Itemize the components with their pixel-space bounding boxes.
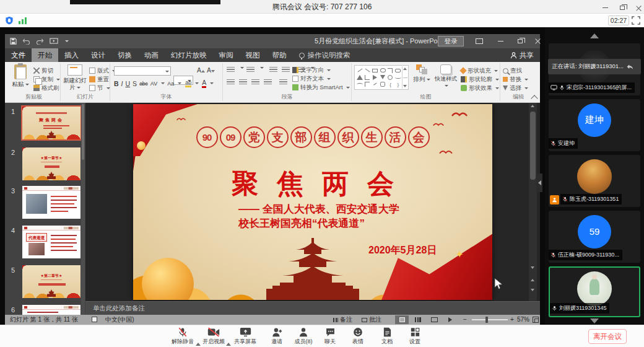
replace-button[interactable]: 替换 (503, 75, 528, 84)
align-text-button[interactable]: 对齐文本 (292, 74, 350, 83)
zoom-slider-track[interactable] (472, 319, 508, 320)
participant-tile[interactable]: 陈玉虎-3119301351 (549, 155, 640, 207)
tell-me-search[interactable]: 操作说明搜索 (293, 48, 357, 62)
increase-indent-button[interactable] (282, 67, 290, 73)
scroll-up-icon[interactable] (531, 105, 534, 107)
font-name-combo[interactable] (114, 66, 171, 76)
bold-button[interactable]: B (114, 80, 119, 87)
video-options-arrow[interactable] (226, 332, 231, 336)
smartart-button[interactable]: 转换为 SmartArt (292, 83, 350, 92)
slide-thumbnail-4[interactable]: 代表通道 (22, 226, 80, 258)
reading-view-button[interactable] (427, 315, 441, 324)
tab-slideshow[interactable]: 幻灯片放映 (165, 48, 213, 62)
highlight-arrow[interactable] (195, 82, 199, 84)
minimize-button[interactable] (599, 4, 611, 11)
restore-button[interactable] (617, 4, 628, 11)
justify-button[interactable] (264, 79, 272, 86)
normal-view-button[interactable] (395, 315, 409, 324)
zoom-out-button[interactable]: − (463, 315, 467, 325)
shrink-font-button[interactable]: A (207, 66, 215, 74)
shape-effects-button[interactable]: 形状效果 (461, 84, 499, 92)
fit-slide-to-window-icon[interactable] (533, 317, 539, 323)
decrease-indent-button[interactable] (269, 67, 277, 73)
share-screen-button[interactable]: 共享屏幕 (231, 327, 259, 346)
find-button[interactable]: 查找 (503, 66, 528, 75)
shapes-gallery[interactable]: {} (354, 65, 409, 90)
arrange-button[interactable]: 排列 (411, 64, 432, 82)
next-slide-icon[interactable] (531, 289, 534, 291)
change-case-button[interactable]: Aa (167, 81, 174, 87)
shape-outline-button[interactable]: 形状轮廓 (461, 75, 499, 84)
ppt-share-button[interactable]: 共享 (510, 48, 534, 62)
tab-animations[interactable]: 动画 (138, 48, 165, 62)
slide-sorter-button[interactable] (411, 315, 425, 324)
undo-icon[interactable] (22, 38, 30, 45)
collapse-ribbon-icon[interactable] (531, 95, 537, 100)
copy-button[interactable]: 复制 (33, 75, 60, 84)
format-painter-button[interactable]: 格式刷 (33, 84, 60, 92)
notes-toggle[interactable]: 备注 (333, 315, 352, 325)
zoom-level[interactable]: 57% (517, 315, 529, 325)
new-slide-button[interactable]: 新建幻灯片 (62, 64, 88, 90)
tab-design[interactable]: 设计 (85, 48, 111, 62)
zoom-slider-thumb[interactable] (485, 317, 488, 323)
italic-button[interactable]: I (121, 80, 123, 87)
shadow-button[interactable]: S (133, 80, 137, 87)
slide-thumbnail-6[interactable] (22, 305, 80, 315)
align-right-button[interactable] (251, 79, 259, 86)
redo-icon[interactable] (36, 38, 44, 45)
scrollbar-thumb[interactable] (530, 112, 536, 180)
ppt-login-button[interactable]: 登录 (438, 36, 464, 46)
docs-button[interactable]: 文档 (373, 327, 401, 346)
settings-button[interactable]: 设置 (401, 327, 429, 346)
quick-styles-button[interactable]: 快速样式 (433, 64, 458, 89)
spacing-arrow[interactable] (161, 82, 165, 84)
start-slideshow-icon[interactable] (50, 38, 58, 45)
participant-tile-speaking[interactable]: 刘丽媛3119301345 (549, 266, 640, 317)
sidebar-collapse-handle[interactable] (536, 174, 542, 192)
thumbnail-scrollbar[interactable] (81, 103, 85, 315)
tab-view[interactable]: 视图 (240, 48, 266, 62)
slideshow-view-button[interactable] (443, 315, 457, 324)
columns-button[interactable] (279, 79, 287, 86)
comments-toggle[interactable]: 批注 (362, 315, 381, 325)
tab-transitions[interactable]: 切换 (111, 48, 138, 62)
scroll-down-icon[interactable] (531, 266, 534, 269)
start-video-button[interactable]: 开启视频 (199, 327, 228, 346)
participant-tile[interactable]: 建坤 安建坤 (549, 99, 640, 151)
text-direction-button[interactable]: 文字方向 (292, 66, 350, 74)
previous-slide-icon[interactable] (531, 279, 534, 281)
cut-button[interactable]: 剪切 (33, 66, 60, 75)
slide-scrollbar[interactable] (529, 103, 537, 301)
tab-file[interactable]: 文件 (5, 48, 32, 62)
ppt-minimize-button[interactable] (494, 37, 507, 45)
current-slide[interactable]: ✦ (133, 104, 492, 300)
numbering-button[interactable] (246, 67, 255, 73)
fullscreen-icon[interactable] (632, 16, 640, 25)
slide-thumbnail-3[interactable] (22, 186, 80, 219)
strikethrough-button[interactable]: abc (139, 81, 148, 87)
underline-button[interactable]: U (126, 80, 131, 87)
jump-to-speaker-icon[interactable] (626, 64, 633, 70)
ppt-close-button[interactable] (531, 37, 544, 45)
slide-thumbnail-1[interactable]: 聚焦两会 (22, 107, 80, 139)
unmute-button[interactable]: 解除静音 (168, 327, 197, 346)
ribbon-display-options-icon[interactable] (473, 37, 485, 45)
scroll-participants-down[interactable] (545, 318, 644, 323)
participant-tile[interactable]: 59 伍正楠-硕9009-311930... (549, 211, 640, 263)
highlight-color-button[interactable]: ab (185, 79, 191, 87)
tab-review[interactable]: 审阅 (213, 48, 240, 62)
shape-fill-button[interactable]: 形状填充 (461, 66, 499, 75)
tab-home[interactable]: 开始 (32, 48, 58, 62)
spellcheck-icon[interactable] (92, 317, 97, 322)
leave-meeting-button[interactable]: 离开会议 (588, 329, 627, 344)
network-signal-icon[interactable] (19, 17, 27, 24)
select-button[interactable]: 选择 (503, 84, 528, 92)
tab-insert[interactable]: 插入 (58, 48, 85, 62)
zoom-in-button[interactable]: + (510, 315, 514, 325)
encryption-shield-icon[interactable] (5, 16, 14, 25)
character-spacing-button[interactable]: AV (150, 81, 157, 87)
slide-thumbnail-2[interactable]: ★第一章节★ (22, 147, 80, 180)
align-center-button[interactable] (239, 79, 247, 86)
members-button[interactable]: 成员(8) (289, 327, 318, 346)
